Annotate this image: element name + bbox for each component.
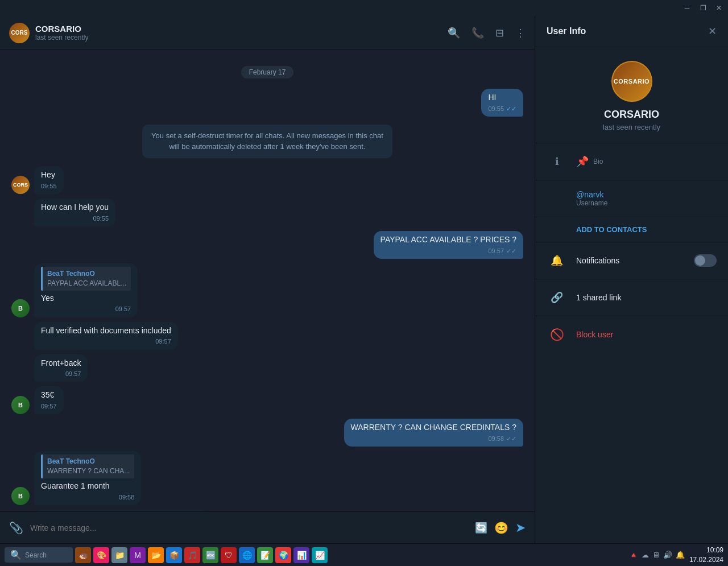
taskbar-display-icon[interactable]: 🖥 xyxy=(652,551,660,559)
profile-name: CORSARIO xyxy=(603,109,660,121)
taskbar-app-3[interactable]: 📁 xyxy=(111,547,127,563)
bubble-outgoing[interactable]: PAYPAL ACC AVAILABLE ? PRICES ? 09:57 ✓✓ xyxy=(374,231,523,259)
bubble-incoming[interactable]: BeaT TechnoO PAYPAL ACC AVAILABL... Yes … xyxy=(34,263,138,317)
bubble-outgoing[interactable]: HI 09:55 ✓✓ xyxy=(481,89,523,117)
bubble-incoming[interactable]: Hey 09:55 xyxy=(34,166,64,194)
message-input[interactable] xyxy=(30,523,468,532)
taskbar-cloud-icon[interactable]: ☁ xyxy=(642,551,649,559)
message-row: B BeaT TechnoO PAYPAL ACC AVAILABL... Ye… xyxy=(11,263,523,317)
avatar: CORS xyxy=(11,176,30,194)
chat-name: CORSARIO xyxy=(35,24,448,34)
message-time: 09:57 xyxy=(488,247,504,255)
messages-area[interactable]: February 17 HI 09:55 ✓✓ You set a self-d… xyxy=(0,50,535,511)
message-time: 09:55 xyxy=(488,105,504,113)
message-text: HI xyxy=(488,93,496,102)
username-value: @narvk xyxy=(576,190,717,199)
message-row: Full verified with documents included 09… xyxy=(11,322,523,350)
restore-button[interactable]: ❐ xyxy=(698,3,708,13)
call-icon[interactable]: 📞 xyxy=(471,27,484,39)
taskbar-app-12[interactable]: 🌍 xyxy=(275,547,291,563)
reply-sender: BeaT TechnoO xyxy=(47,269,126,279)
taskbar-app-9[interactable]: 🛡 xyxy=(221,547,237,563)
bubble-incoming[interactable]: How can I help you 09:55 xyxy=(34,199,115,226)
taskbar-expand-icon[interactable]: 🔺 xyxy=(629,551,638,559)
message-text: Front+back xyxy=(41,358,81,367)
reply-quote: BeaT TechnoO WARRENTY ? CAN CHA... xyxy=(41,455,134,478)
taskbar-app-8[interactable]: 🔤 xyxy=(202,547,218,563)
layout-icon[interactable]: ⊟ xyxy=(495,27,504,39)
message-text: Hey xyxy=(41,170,55,179)
bubble-outgoing[interactable]: WARRENTY ? CAN CHANGE CREDINTALS ? 09:58… xyxy=(344,419,523,447)
add-to-contacts-button[interactable]: ADD TO CONTACTS xyxy=(576,225,647,234)
taskbar-app-13[interactable]: 📊 xyxy=(293,547,309,563)
notifications-label: Notifications xyxy=(576,256,685,265)
voice-icon[interactable]: 🔄 xyxy=(475,522,487,534)
date-separator: February 17 xyxy=(11,66,523,79)
taskbar-app-4[interactable]: M xyxy=(130,547,146,563)
more-icon[interactable]: ⋮ xyxy=(515,27,526,39)
minimize-button[interactable]: ─ xyxy=(682,3,692,13)
message-text: PAYPAL ACC AVAILABLE ? PRICES ? xyxy=(380,235,516,244)
message-time: 09:57 xyxy=(155,337,171,346)
block-user-row[interactable]: 🚫 Block user xyxy=(535,316,728,353)
reply-text: PAYPAL ACC AVAILABL... xyxy=(47,279,126,288)
username-label: Username xyxy=(576,199,717,207)
username-content: @narvk Username xyxy=(576,190,717,207)
send-button[interactable]: ➤ xyxy=(515,520,526,535)
taskbar-app-6[interactable]: 📦 xyxy=(166,547,182,563)
profile-section: CORSARIO CORSARIO last seen recently xyxy=(535,47,728,143)
attach-icon[interactable]: 📎 xyxy=(9,521,23,535)
taskbar-app-2[interactable]: 🎨 xyxy=(93,547,109,563)
block-user-label: Block user xyxy=(576,330,613,339)
add-contacts-row: ADD TO CONTACTS xyxy=(535,217,728,242)
message-text: Guarantee 1 month xyxy=(41,481,110,490)
bio-row: ℹ 📌 Bio xyxy=(535,143,728,180)
taskbar-app-5[interactable]: 📂 xyxy=(148,547,164,563)
read-ticks: ✓✓ xyxy=(506,435,516,443)
message-time: 09:57 xyxy=(115,305,131,313)
emoji-icon[interactable]: 😊 xyxy=(494,521,508,535)
reply-sender: BeaT TechnoO xyxy=(47,457,130,466)
message-row: B BeaT TechnoO WARRENTY ? CAN CHA... Gua… xyxy=(11,451,523,505)
bubble-incoming[interactable]: Full verified with documents included 09… xyxy=(34,322,178,350)
chat-area: CORS CORSARIO last seen recently 🔍 📞 ⊟ ⋮… xyxy=(0,16,535,543)
message-time: 09:58 xyxy=(119,493,135,502)
message-row: Front+back 09:57 xyxy=(11,354,523,382)
taskbar-volume-icon[interactable]: 🔊 xyxy=(663,551,672,559)
taskbar-time-value: 10:09 xyxy=(689,546,723,555)
shared-links-value: 1 shared link xyxy=(576,293,717,302)
search-icon[interactable]: 🔍 xyxy=(448,27,460,39)
bio-content: Bio xyxy=(593,158,603,166)
taskbar-app-14[interactable]: 📈 xyxy=(312,547,328,563)
bubble-incoming[interactable]: Front+back 09:57 xyxy=(34,354,88,382)
bubble-incoming[interactable]: 35€ 09:57 xyxy=(34,386,64,414)
taskbar-app-11[interactable]: 📝 xyxy=(257,547,273,563)
notifications-toggle[interactable] xyxy=(694,254,717,267)
chat-header-avatar: CORS xyxy=(9,23,30,43)
taskbar-app-1[interactable]: 🦔 xyxy=(75,547,91,563)
bio-label: Bio xyxy=(593,158,603,166)
info-panel-header: User Info ✕ xyxy=(535,16,728,47)
toggle-knob xyxy=(695,255,705,266)
taskbar-right: 🔺 ☁ 🖥 🔊 🔔 10:09 17.02.2024 xyxy=(629,546,723,565)
close-button[interactable]: ✕ xyxy=(714,3,723,13)
message-input-area: 📎 🔄 😊 ➤ xyxy=(0,511,535,543)
profile-avatar: CORSARIO xyxy=(611,61,652,102)
taskbar-app-10[interactable]: 🌐 xyxy=(239,547,255,563)
shared-links-row[interactable]: 🔗 1 shared link xyxy=(535,279,728,316)
avatar: B xyxy=(11,299,30,317)
message-text: Yes xyxy=(41,294,54,303)
main-layout: CORS CORSARIO last seen recently 🔍 📞 ⊟ ⋮… xyxy=(0,16,728,543)
message-row: PAYPAL ACC AVAILABLE ? PRICES ? 09:57 ✓✓ xyxy=(11,231,523,259)
taskbar-notification-icon[interactable]: 🔔 xyxy=(676,551,685,559)
message-time: 09:55 xyxy=(41,182,57,191)
info-icon: ℹ xyxy=(547,151,567,172)
chat-header-icons: 🔍 📞 ⊟ ⋮ xyxy=(448,27,526,39)
taskbar-search[interactable]: 🔍 Search xyxy=(5,547,73,563)
info-close-button[interactable]: ✕ xyxy=(708,25,717,38)
avatar: B xyxy=(11,487,30,505)
message-row: HI 09:55 ✓✓ xyxy=(11,89,523,117)
taskbar-app-7[interactable]: 🎵 xyxy=(184,547,200,563)
message-time: 09:55 xyxy=(93,214,109,223)
bubble-incoming[interactable]: BeaT TechnoO WARRENTY ? CAN CHA... Guara… xyxy=(34,451,141,505)
